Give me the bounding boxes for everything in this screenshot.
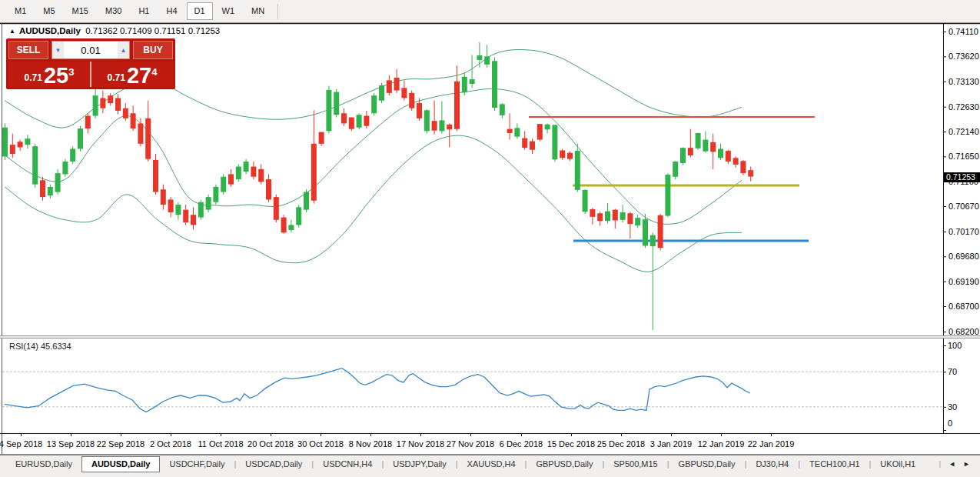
candle-body (417, 103, 422, 118)
candle-body (635, 218, 640, 225)
candle (379, 83, 384, 103)
candle (552, 125, 557, 162)
timeframe-button-w1[interactable]: W1 (214, 2, 243, 20)
chart-tab-sp500-m15[interactable]: SP500,M15 (604, 456, 666, 472)
volume-increase-button[interactable]: ▲ (118, 42, 129, 58)
candle (575, 144, 580, 192)
candle-body (500, 104, 505, 115)
candle (522, 131, 527, 149)
candle (447, 123, 452, 147)
chart-tab-ukoil-h1[interactable]: UKOil,H1 (871, 456, 925, 472)
price-axis-label: 0.70670 (948, 202, 979, 211)
timeframe-button-m1[interactable]: M1 (7, 2, 34, 20)
candle (470, 55, 475, 88)
candle (432, 101, 437, 135)
candle-body (726, 151, 731, 162)
price-axis-label: 0.69680 (948, 252, 979, 261)
candle-body (740, 161, 746, 173)
chart-tab-dj30-h4[interactable]: DJ30,H4 (746, 456, 798, 472)
candle-body (507, 129, 513, 133)
timeframe-button-m30[interactable]: M30 (98, 2, 129, 20)
chart-tab-xauusd-h4[interactable]: XAUUSD,H4 (458, 456, 525, 472)
tab-scroll-right-icon[interactable]: ► (959, 460, 974, 468)
candle-body (627, 213, 633, 224)
candle-body (409, 93, 414, 108)
candle (703, 131, 708, 152)
candle-body (161, 189, 166, 205)
chart-tab-gbpusd-daily[interactable]: GBPUSD,Daily (669, 456, 745, 472)
candle (462, 72, 467, 95)
candle (32, 144, 38, 188)
candle-body (100, 98, 105, 108)
chart-tab-usdcnh-h4[interactable]: USDCNH,H4 (314, 456, 381, 472)
candle-body (462, 77, 467, 92)
panel-collapse-icon[interactable]: ▲ (9, 28, 15, 35)
chart-tab-tech100-h1[interactable]: TECH100,H1 (800, 456, 869, 472)
candle-body (244, 162, 249, 172)
chart-tab-eurusd-daily[interactable]: EURUSD,Daily (6, 456, 81, 472)
candle-body (658, 215, 663, 248)
rsi-axis-label: 30 (948, 402, 957, 412)
buy-button[interactable]: BUY (133, 41, 173, 59)
candle (244, 159, 249, 175)
candle (401, 80, 407, 100)
candle (439, 101, 444, 133)
chart-tab-audusd-daily[interactable]: AUDUSD,Daily (81, 456, 160, 472)
candle (349, 118, 354, 132)
candle-body (379, 85, 384, 101)
timeframe-button-d1[interactable]: D1 (187, 2, 213, 20)
one-click-trade-panel: SELL ▼ 0.01 ▲ BUY 0.71 25 3 0.71 27 4 (6, 38, 175, 89)
chart-tab-usdcad-daily[interactable]: USDCAD,Daily (236, 456, 311, 472)
candle-body (522, 138, 527, 148)
rsi-axis-label: 0 (948, 419, 952, 428)
candle (251, 162, 256, 179)
candle (10, 134, 15, 158)
sell-price-display[interactable]: 0.71 25 3 (8, 62, 90, 87)
candle (665, 173, 670, 217)
candle-body (168, 199, 174, 212)
tab-separator: | (935, 455, 945, 472)
price-axis-label: 0.68200 (948, 327, 979, 336)
candle (206, 195, 211, 212)
date-axis-label: 22 Sep 2018 (97, 439, 145, 449)
candle (62, 159, 68, 177)
candle-body (590, 209, 595, 217)
timeframe-button-m15[interactable]: M15 (65, 2, 96, 20)
candle (484, 45, 490, 68)
tab-scroll-left-icon[interactable]: ◄ (945, 460, 959, 468)
candle-body (545, 125, 550, 130)
timeframe-button-mn[interactable]: MN (244, 2, 272, 20)
volume-input[interactable]: 0.01 (64, 42, 118, 58)
candle (115, 94, 121, 114)
candle-body (650, 235, 656, 247)
candle (567, 152, 573, 162)
date-axis-label: 20 Oct 2018 (247, 439, 294, 449)
candle-body (710, 142, 716, 152)
candle-body (108, 95, 113, 103)
price-axis-label: 0.68700 (948, 302, 979, 311)
sell-button[interactable]: SELL (8, 41, 48, 59)
buy-price-display[interactable]: 0.71 27 4 (91, 62, 173, 87)
date-axis-label: 15 Dec 2018 (547, 439, 595, 449)
candle (183, 205, 188, 225)
bollinger-lower-band (5, 135, 742, 272)
date-axis-label: 27 Nov 2018 (447, 439, 494, 449)
timeframe-button-m5[interactable]: M5 (35, 2, 62, 20)
candle-body (552, 125, 557, 159)
candle-body (439, 120, 444, 131)
candle-body (304, 192, 309, 210)
chart-tab-usdjpy-daily[interactable]: USDJPY,Daily (384, 456, 456, 472)
candle-body (70, 148, 75, 161)
timeframe-button-h4[interactable]: H4 (158, 2, 184, 20)
chart-tab-gbpusd-daily[interactable]: GBPUSD,Daily (527, 456, 602, 472)
candle-body (138, 123, 143, 143)
candle-body (18, 142, 23, 147)
date-axis-label: 11 Oct 2018 (198, 439, 243, 449)
candle (364, 111, 369, 128)
volume-decrease-button[interactable]: ▼ (52, 42, 64, 58)
candle (145, 101, 151, 162)
chart-tab-usdchf-daily[interactable]: USDCHF,Daily (160, 456, 234, 472)
timeframe-button-h1[interactable]: H1 (131, 2, 157, 20)
candle-body (198, 202, 204, 218)
candle-body (514, 128, 520, 136)
